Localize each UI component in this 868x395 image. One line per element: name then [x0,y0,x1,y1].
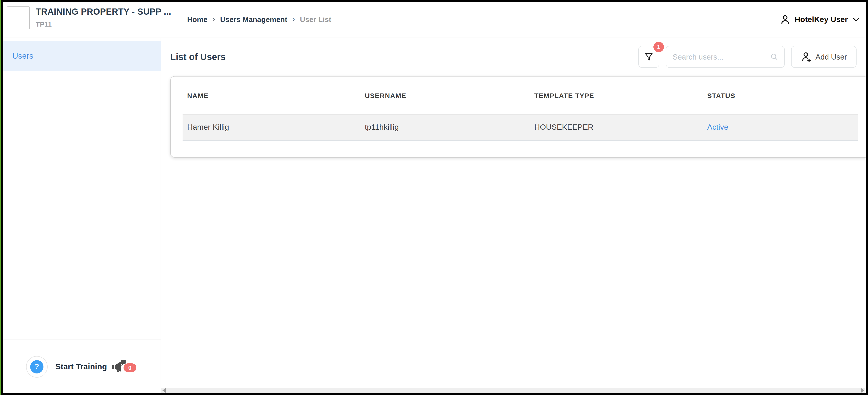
filter-icon [644,52,654,62]
content-header: List of Users 1 [170,46,866,68]
breadcrumb-user-list: User List [300,16,331,24]
toolbar: 1 [638,46,857,68]
scroll-left-arrow[interactable] [162,388,166,393]
cell-status-link[interactable]: Active [703,123,858,132]
add-user-label: Add User [815,53,847,61]
property-code: TP11 [36,20,172,28]
horizontal-scrollbar[interactable] [161,388,866,393]
page-title: List of Users [170,52,225,62]
breadcrumb: Home › Users Management › User List [187,2,331,37]
app-header: TRAINING PROPERTY - SUPP ... TP11 Home ›… [3,2,866,38]
start-training-label[interactable]: Start Training [55,362,107,371]
sidebar: Users ? Start Training [3,38,161,393]
table-row[interactable]: Hamer Killig tp11hkillig HOUSEKEEPER Act… [183,114,858,141]
user-menu[interactable]: HotelKey User [780,2,860,37]
column-header-status: STATUS [703,91,858,99]
app-window: TRAINING PROPERTY - SUPP ... TP11 Home ›… [3,2,866,393]
add-user-button[interactable]: Add User [791,46,857,68]
add-user-icon [801,51,812,62]
property-text: TRAINING PROPERTY - SUPP ... TP11 [36,6,172,29]
user-menu-label: HotelKey User [795,15,848,24]
left-accent-strip [0,0,1,395]
body-row: Users ? Start Training [3,38,866,393]
megaphone-icon: 0 [111,359,127,374]
scroll-right-arrow[interactable] [861,388,864,393]
column-header-name: NAME [183,91,360,99]
search-box [666,46,785,68]
property-name: TRAINING PROPERTY - SUPP ... [36,7,172,17]
breadcrumb-separator: › [213,15,215,24]
users-table-card: NAME USERNAME TEMPLATE TYPE STATUS Hamer… [170,76,866,158]
training-section: ? Start Training [3,340,161,393]
chevron-down-icon [852,16,860,24]
breadcrumb-home[interactable]: Home [187,16,208,24]
search-icon [770,52,779,61]
property-logo [7,6,30,29]
breadcrumb-users-management[interactable]: Users Management [220,16,287,24]
column-header-template-type: TEMPLATE TYPE [530,91,703,99]
search-input[interactable] [672,52,770,62]
question-mark-icon: ? [30,360,43,373]
table-header-row: NAME USERNAME TEMPLATE TYPE STATUS [183,77,858,114]
filter-button[interactable]: 1 [638,46,659,68]
breadcrumb-separator: › [292,15,295,24]
filter-badge: 1 [653,42,664,52]
person-icon [780,14,791,25]
screenshot-frame: TRAINING PROPERTY - SUPP ... TP11 Home ›… [0,0,868,395]
training-badge: 0 [124,363,136,372]
cell-username: tp11hkillig [360,123,530,132]
cell-name: Hamer Killig [183,123,360,132]
column-header-username: USERNAME [360,91,530,99]
help-button[interactable]: ? [26,356,48,377]
sidebar-item-users[interactable]: Users [3,41,161,71]
main-content: List of Users 1 [161,38,866,393]
cell-template-type: HOUSEKEEPER [530,123,703,132]
property-brand: TRAINING PROPERTY - SUPP ... TP11 [7,6,172,29]
